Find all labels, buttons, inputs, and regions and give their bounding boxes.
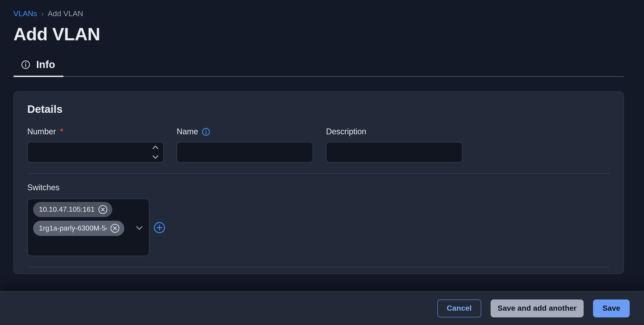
details-card: Details Number * bbox=[14, 91, 624, 274]
tab-info-label: Info bbox=[36, 59, 55, 71]
section-divider bbox=[27, 173, 610, 174]
chevron-down-icon[interactable] bbox=[135, 224, 144, 232]
description-input-shell bbox=[326, 142, 462, 163]
description-input[interactable] bbox=[326, 142, 462, 163]
save-and-add-another-button[interactable]: Save and add another bbox=[490, 299, 584, 317]
number-input[interactable] bbox=[27, 142, 164, 163]
tab-bar: Info bbox=[14, 55, 624, 77]
name-label: Name bbox=[177, 127, 313, 137]
breadcrumb-separator: › bbox=[41, 10, 44, 18]
remove-switch-icon[interactable] bbox=[98, 205, 108, 214]
info-icon[interactable] bbox=[202, 128, 210, 136]
breadcrumb-vlans-link[interactable]: VLANs bbox=[14, 10, 37, 18]
info-icon bbox=[21, 60, 30, 69]
add-switch-icon[interactable] bbox=[154, 222, 166, 234]
switches-row: 10.10.47.105:161 1rg1a-parly-6300M-54 bbox=[27, 199, 610, 256]
required-marker: * bbox=[60, 127, 63, 136]
switches-chip-list: 10.10.47.105:161 1rg1a-parly-6300M-54 bbox=[33, 202, 144, 236]
stepper-up-icon[interactable] bbox=[152, 145, 159, 150]
switch-chip: 10.10.47.105:161 bbox=[33, 202, 112, 217]
footer-bar: Cancel Save and add another Save bbox=[0, 291, 644, 325]
switch-chip: 1rg1a-parly-6300M-54 bbox=[33, 221, 124, 236]
details-heading: Details bbox=[27, 103, 610, 116]
number-stepper bbox=[152, 142, 159, 163]
cancel-button[interactable]: Cancel bbox=[438, 299, 481, 317]
field-number: Number * bbox=[27, 127, 164, 163]
description-label: Description bbox=[326, 127, 462, 137]
description-label-text: Description bbox=[326, 127, 366, 136]
switches-select[interactable]: 10.10.47.105:161 1rg1a-parly-6300M-54 bbox=[27, 199, 149, 256]
breadcrumb-current: Add VLAN bbox=[48, 10, 83, 18]
save-button[interactable]: Save bbox=[593, 299, 630, 317]
field-description: Description bbox=[326, 127, 462, 163]
tab-info[interactable]: Info bbox=[14, 55, 64, 76]
switch-chip-label: 1rg1a-parly-6300M-54 bbox=[39, 224, 107, 232]
name-label-text: Name bbox=[177, 127, 198, 136]
name-input-shell bbox=[177, 142, 313, 163]
page-content: VLANs › Add VLAN Add VLAN Info Details N… bbox=[0, 0, 644, 291]
add-vlan-page: VLANs › Add VLAN Add VLAN Info Details N… bbox=[0, 0, 644, 325]
remove-switch-icon[interactable] bbox=[110, 223, 120, 233]
number-label: Number * bbox=[27, 127, 164, 137]
name-input[interactable] bbox=[177, 142, 313, 163]
section-divider bbox=[27, 267, 610, 267]
switch-chip-label: 10.10.47.105:161 bbox=[39, 205, 94, 213]
number-input-shell bbox=[27, 142, 164, 163]
switches-label: Switches bbox=[27, 183, 610, 192]
field-name: Name bbox=[177, 127, 313, 163]
number-label-text: Number bbox=[27, 127, 56, 136]
page-title: Add VLAN bbox=[14, 24, 624, 44]
stepper-down-icon[interactable] bbox=[152, 155, 159, 159]
breadcrumb: VLANs › Add VLAN bbox=[14, 9, 624, 19]
details-fields-row: Number * bbox=[27, 127, 610, 163]
